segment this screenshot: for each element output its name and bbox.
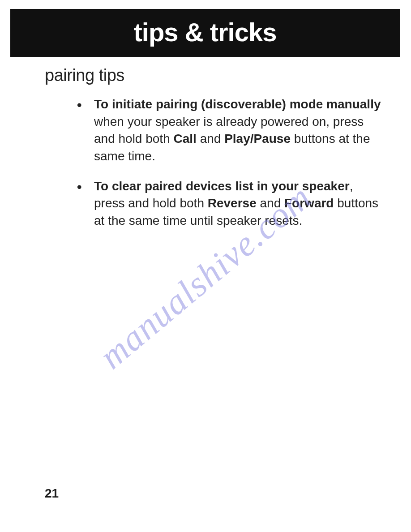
bold-term: Play/Pause [224,132,291,146]
bullet-list: To initiate pairing (discoverable) mode … [45,96,384,229]
body-text: and [197,132,224,146]
list-item: To initiate pairing (discoverable) mode … [77,96,384,165]
list-item: To clear paired devices list in your spe… [77,178,384,230]
page-content: pairing tips To initiate pairing (discov… [0,57,411,229]
page-number: 21 [45,486,59,501]
bold-term: Forward [284,196,334,210]
bold-lead: To initiate pairing (discoverable) mode … [94,97,381,111]
body-text: and [257,196,284,210]
bold-term: Reverse [208,196,257,210]
bold-lead: To clear paired devices list in your spe… [94,179,350,193]
page-header: tips & tricks [10,9,400,57]
section-subheading: pairing tips [45,66,384,85]
bold-term: Call [174,132,197,146]
page-title: tips & tricks [10,17,400,47]
